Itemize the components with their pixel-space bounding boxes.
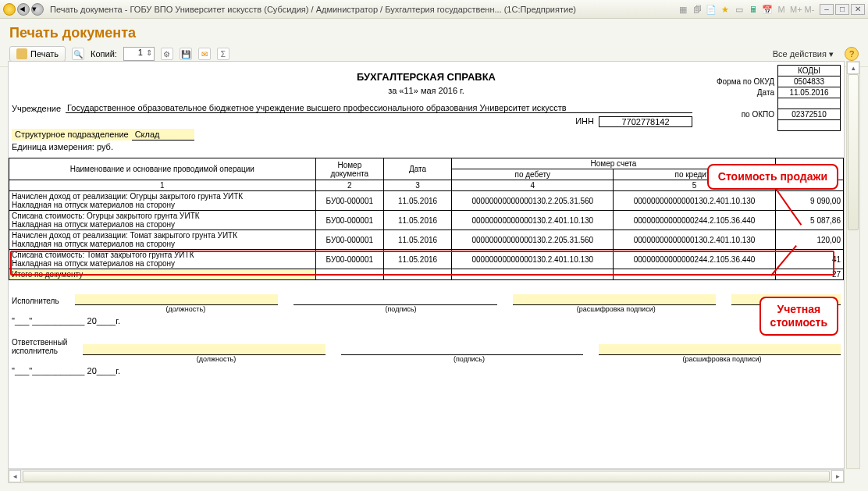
tool-icon[interactable]: ▭ xyxy=(734,4,745,15)
sign-field xyxy=(599,344,841,355)
scroll-thumb[interactable] xyxy=(848,74,859,230)
org-label: Учреждение xyxy=(12,104,61,113)
table-row: Списана стоимость: Томат закрытого грунт… xyxy=(9,250,844,269)
tool-icon[interactable]: 📄 xyxy=(706,4,717,15)
tool-icon[interactable]: ▦ xyxy=(678,4,688,15)
th-debit: по дебету xyxy=(452,169,614,180)
total-row: Итого по документу 27 xyxy=(9,269,844,280)
th-date: Дата xyxy=(383,158,451,180)
total-label: Итого по документу xyxy=(9,269,316,280)
close-button[interactable]: ✕ xyxy=(851,4,865,15)
row-date: 11.05.2016 xyxy=(383,230,451,250)
document-preview: БУХГАЛТЕРСКАЯ СПРАВКА за «11» мая 2016 г… xyxy=(8,61,845,469)
row-credit: 00000000000000244.2.105.36.440 xyxy=(614,250,775,269)
mail-icon[interactable]: ✉ xyxy=(198,48,211,60)
executor-label: Исполнитель xyxy=(12,297,59,305)
nav-forward-icon[interactable]: ▾ xyxy=(31,3,44,16)
row-num: БУ00-000001 xyxy=(315,230,383,250)
all-actions-menu[interactable]: Все действия ▾ xyxy=(773,49,834,59)
calendar-icon[interactable]: 📅 xyxy=(762,4,773,15)
favorite-icon[interactable]: ★ xyxy=(720,4,731,15)
row-credit: 00000000000000244.2.105.36.440 xyxy=(614,211,775,230)
colnum: 1 xyxy=(9,180,316,191)
maximize-button[interactable]: □ xyxy=(835,4,849,15)
row-name: Списана стоимость: Томат закрытого грунт… xyxy=(12,251,194,259)
vertical-scrollbar[interactable]: ▴ xyxy=(846,61,860,469)
struct-label: Структурное подразделение xyxy=(12,129,132,141)
m-button[interactable]: M xyxy=(776,4,787,15)
colnum: 2 xyxy=(315,180,383,191)
row-credit: 00000000000000130.2.401.10.130 xyxy=(614,191,775,211)
row-sub: Накладная на отпуск материалов на сторон… xyxy=(12,259,175,268)
row-name: Списана стоимость: Огурцы закрытого грун… xyxy=(12,212,200,220)
title-tools: ▦ 🗐 📄 ★ ▭ 🖩 📅 M M+ M- xyxy=(678,4,815,15)
print-button[interactable]: Печать xyxy=(9,46,66,62)
window-title: Печать документа - ГОБУ ВПО Университет … xyxy=(50,5,678,14)
scroll-up-icon[interactable]: ▴ xyxy=(847,62,859,74)
row-debit: 00000000000000130.2.401.10.130 xyxy=(452,211,614,230)
codes-header: КОДЫ xyxy=(778,66,841,76)
row-debit: 00000000000000130.2.401.10.130 xyxy=(452,250,614,269)
unit-label: Единица измерения: руб. xyxy=(9,141,844,153)
preview-icon[interactable]: 🔍 xyxy=(72,48,84,60)
row-num: БУ00-000001 xyxy=(315,250,383,269)
okpo-value: 02372510 xyxy=(778,109,841,120)
minimize-button[interactable]: – xyxy=(820,4,834,15)
print-label: Печать xyxy=(30,49,59,59)
date-fill: "___"___________ 20____г. xyxy=(9,313,844,335)
horizontal-scrollbar[interactable]: ◂ ▸ xyxy=(8,469,845,483)
sum-icon[interactable]: Σ xyxy=(217,48,229,60)
inn-label: ИНН xyxy=(575,116,594,127)
caption: (должность) xyxy=(98,355,335,363)
caption: (подпись) xyxy=(350,355,588,363)
save-icon[interactable]: 💾 xyxy=(180,48,192,60)
caption: (расшифровка подписи) xyxy=(603,355,841,363)
row-credit: 00000000000000130.2.401.10.130 xyxy=(614,230,775,250)
codes-box: КОДЫ Форма по ОКУД0504833 Дата11.05.2016… xyxy=(710,65,841,131)
printer-icon xyxy=(16,48,27,59)
total-value: 27 xyxy=(775,269,843,280)
table-row: Начислен доход от реализации: Томат закр… xyxy=(9,230,844,250)
caption: (подпись) xyxy=(301,305,501,313)
org-value: Государственное образовательное бюджетно… xyxy=(66,103,692,113)
row-date: 11.05.2016 xyxy=(383,250,451,269)
settings-icon[interactable]: ⚙ xyxy=(161,48,173,60)
m-plus-button[interactable]: M+ xyxy=(790,4,801,15)
row-sub: Накладная на отпуск материалов на сторон… xyxy=(12,220,175,229)
okud-label: Форма по ОКУД xyxy=(710,76,778,87)
okpo-label: по ОКПО xyxy=(710,109,778,120)
colnum: 4 xyxy=(452,180,614,191)
scroll-left-icon[interactable]: ◂ xyxy=(9,470,21,482)
row-sum: 5 087,86 xyxy=(775,211,843,230)
row-sum: 120,00 xyxy=(775,230,843,250)
row-sub: Накладная на отпуск материалов на сторон… xyxy=(12,201,175,209)
row-date: 11.05.2016 xyxy=(383,191,451,211)
nav-back-icon[interactable]: ◄ xyxy=(17,3,30,16)
window-controls: – □ ✕ xyxy=(820,4,865,15)
row-date: 11.05.2016 xyxy=(383,211,451,230)
scroll-thumb[interactable] xyxy=(23,471,830,482)
okud-value: 0504833 xyxy=(778,76,841,87)
row-num: БУ00-000001 xyxy=(315,191,383,211)
row-name: Начислен доход от реализации: Огурцы зак… xyxy=(12,192,243,201)
copies-input[interactable]: 1 xyxy=(123,47,155,61)
page-header: Печать документа xyxy=(0,19,868,44)
sign-field xyxy=(513,294,716,305)
sign-field xyxy=(75,294,278,305)
scroll-right-icon[interactable]: ▸ xyxy=(831,470,844,482)
th-name: Наименование и основание проводимой опер… xyxy=(9,158,316,180)
m-minus-button[interactable]: M- xyxy=(804,4,815,15)
row-debit: 00000000000000130.2.205.31.560 xyxy=(452,191,614,211)
inn-value: 7702778142 xyxy=(599,116,692,127)
page-title: Печать документа xyxy=(9,25,859,41)
help-button[interactable]: ? xyxy=(845,47,859,61)
window-titlebar: ◄ ▾ Печать документа - ГОБУ ВПО Универси… xyxy=(0,0,868,19)
sign-field xyxy=(83,344,325,355)
copies-label: Копий: xyxy=(91,49,117,59)
calc-icon[interactable]: 🖩 xyxy=(748,4,759,15)
row-debit: 00000000000000130.2.205.31.560 xyxy=(452,230,614,250)
tool-icon[interactable]: 🗐 xyxy=(692,4,703,15)
row-num: БУ00-000001 xyxy=(315,211,383,230)
caption: (должность) xyxy=(86,305,286,313)
date-label: Дата xyxy=(710,87,778,98)
